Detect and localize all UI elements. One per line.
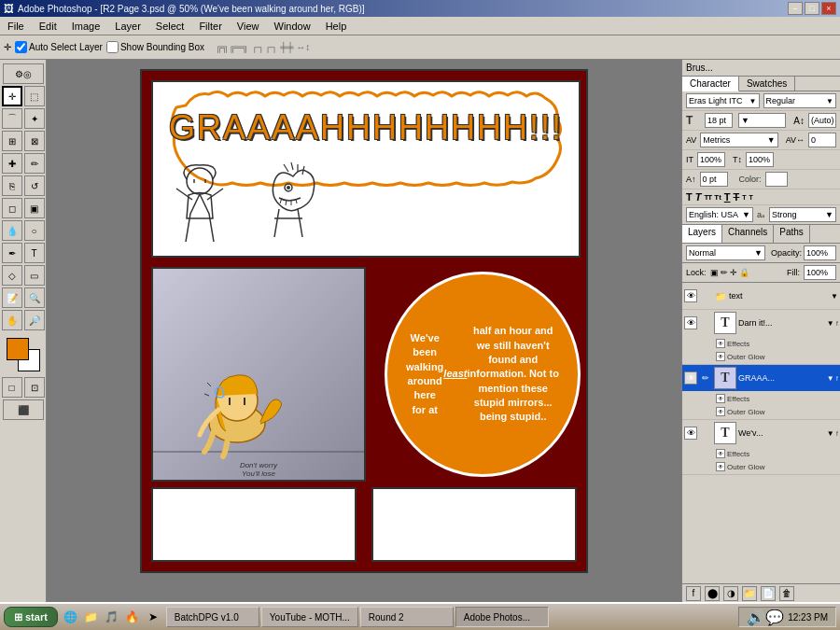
effect-eye-graaa-outer-glow[interactable]: 👁 xyxy=(716,407,725,416)
leading-input[interactable]: (Auto) xyxy=(808,113,836,128)
layer-graaa-item[interactable]: 👁 ✏ T GRAAA... ▼ f xyxy=(682,365,840,391)
tt-small-icon[interactable]: Tt xyxy=(714,193,721,202)
darn-outer-glow[interactable]: 👁 Outer Glow xyxy=(716,350,838,363)
taskbar-task-batchdpg[interactable]: BatchDPG v1.0 xyxy=(166,607,259,627)
delete-layer-button[interactable]: 🗑 xyxy=(779,586,794,601)
tracking-input[interactable]: 0 xyxy=(808,133,836,147)
dodge-tool[interactable]: ○ xyxy=(24,220,45,241)
effect-eye-weve-effects[interactable]: 👁 xyxy=(716,449,725,458)
blend-mode-dropdown[interactable]: Normal ▼ xyxy=(686,245,765,260)
gradient-tool[interactable]: ▣ xyxy=(24,198,45,218)
normal-mode[interactable]: □ xyxy=(2,377,22,398)
layer-eye-darn[interactable]: 👁 xyxy=(684,316,697,329)
sub-t-icon[interactable]: T xyxy=(749,194,753,201)
eraser-tool[interactable]: ◻ xyxy=(2,198,22,218)
maximize-button[interactable]: □ xyxy=(805,2,819,15)
layer-eye-text-group[interactable]: 👁 xyxy=(684,289,697,302)
layer-darn-item[interactable]: 👁 T Darn it!... ▼ f xyxy=(682,310,840,336)
color-picker[interactable] xyxy=(7,338,40,371)
history-brush[interactable]: ↺ xyxy=(24,175,45,196)
auto-select-label[interactable]: Auto Select Layer xyxy=(15,41,103,53)
new-layer-button[interactable]: 📄 xyxy=(761,586,776,601)
move-tool[interactable]: ✛ xyxy=(2,86,22,106)
weve-outer-glow[interactable]: 👁 Outer Glow xyxy=(716,460,838,473)
size-unit-dropdown[interactable]: ▼ xyxy=(738,113,786,128)
taskbar-task-photoshop[interactable]: Adobe Photos... xyxy=(455,607,549,627)
magic-wand[interactable]: ✦ xyxy=(24,108,45,129)
weve-expand-arrow[interactable]: ▼ xyxy=(827,429,834,438)
auto-select-checkbox[interactable] xyxy=(15,41,27,53)
menu-edit[interactable]: Edit xyxy=(35,19,61,34)
graaa-expand-arrow[interactable]: ▼ xyxy=(827,374,834,383)
clone-stamp[interactable]: ⎘ xyxy=(2,175,22,196)
strikethrough-icon[interactable]: T xyxy=(734,191,740,203)
taskbar-folder-icon[interactable]: 📁 xyxy=(82,608,101,626)
menu-window[interactable]: Window xyxy=(271,19,315,34)
window-controls[interactable]: − □ × xyxy=(788,2,836,15)
taskbar-task-youtube[interactable]: YouTube - MOTH... xyxy=(261,607,358,627)
effect-eye-darn-glow[interactable]: 👁 xyxy=(716,339,725,348)
antialias-dropdown[interactable]: Strong ▼ xyxy=(769,207,836,222)
menu-select[interactable]: Select xyxy=(152,19,189,34)
darn-expand-arrow[interactable]: ▼ xyxy=(827,319,834,328)
lock-move-icon[interactable]: ✛ xyxy=(730,268,737,277)
taskbar-task-round2[interactable]: Round 2 xyxy=(360,607,454,627)
tab-layers[interactable]: Layers xyxy=(682,225,722,243)
lock-paint-icon[interactable]: ✏ xyxy=(721,268,728,277)
layer-eye-graaa[interactable]: 👁 xyxy=(684,371,697,385)
graaa-outer-glow[interactable]: 👁 Outer Glow xyxy=(716,405,838,418)
font-style-dropdown[interactable]: Regular ▼ xyxy=(763,93,837,108)
eyedropper-tool[interactable]: 🔍 xyxy=(24,287,45,308)
baseline-input[interactable]: 0 pt xyxy=(700,172,728,187)
healing-brush[interactable]: ✚ xyxy=(2,153,22,174)
fill-input[interactable]: 100% xyxy=(804,265,836,280)
scale-v-input[interactable]: 100% xyxy=(746,152,774,167)
slice-tool[interactable]: ⊠ xyxy=(24,131,45,151)
pen-tool[interactable]: ✒ xyxy=(2,243,22,263)
language-dropdown[interactable]: English: USA ▼ xyxy=(686,207,753,222)
minimize-button[interactable]: − xyxy=(788,2,803,15)
zoom-tool[interactable]: 🔎 xyxy=(24,310,45,330)
close-button[interactable]: × xyxy=(821,2,836,15)
shape-tool[interactable]: ▭ xyxy=(24,265,45,286)
selection-tool[interactable]: ⬚ xyxy=(24,86,45,106)
tt-icon[interactable]: TT xyxy=(704,193,711,202)
menu-image[interactable]: Image xyxy=(68,19,105,34)
tab-swatches[interactable]: Swatches xyxy=(739,77,795,91)
tab-paths[interactable]: Paths xyxy=(774,225,810,243)
tab-character[interactable]: Character xyxy=(682,77,739,91)
scale-h-input[interactable]: 100% xyxy=(697,152,725,167)
tool-options[interactable]: ⚙◎ xyxy=(3,63,44,84)
group-expand-arrow[interactable]: ▼ xyxy=(831,292,838,301)
layer-style-button[interactable]: f xyxy=(686,586,701,601)
layer-weve-item[interactable]: 👁 T We'v... ▼ f xyxy=(682,420,840,446)
menu-layer[interactable]: Layer xyxy=(111,19,145,34)
blur-tool[interactable]: 💧 xyxy=(2,220,22,241)
path-tool[interactable]: ◇ xyxy=(2,265,22,286)
menu-help[interactable]: Help xyxy=(322,19,351,34)
lock-all-icon[interactable]: 🔒 xyxy=(739,268,749,277)
effect-eye-graaa-effects[interactable]: 👁 xyxy=(716,394,725,403)
quick-mask[interactable]: ⊡ xyxy=(24,377,45,398)
font-name-dropdown[interactable]: Eras Light ITC ▼ xyxy=(686,93,760,108)
taskbar-media-icon[interactable]: 🎵 xyxy=(103,608,121,626)
menu-view[interactable]: View xyxy=(233,19,263,34)
layer-text-group[interactable]: 👁 📁 text ▼ xyxy=(682,283,840,309)
underline-icon[interactable]: T xyxy=(724,191,731,203)
super-t-icon[interactable]: T xyxy=(742,194,746,201)
hand-tool[interactable]: ✋ xyxy=(2,310,22,330)
notes-tool[interactable]: 📝 xyxy=(2,287,22,308)
lock-transparent-icon[interactable]: ▣ xyxy=(710,268,719,277)
crop-tool[interactable]: ⊞ xyxy=(2,131,22,151)
taskbar-arrow-icon[interactable]: ➤ xyxy=(144,608,162,626)
taskbar-browser2-icon[interactable]: 🔥 xyxy=(123,608,142,626)
effect-eye-darn-outer-glow[interactable]: 👁 xyxy=(716,352,725,361)
kerning-dropdown[interactable]: Metrics ▼ xyxy=(700,133,777,147)
font-size-input[interactable]: 18 pt xyxy=(705,113,733,128)
effect-eye-weve-outer-glow[interactable]: 👁 xyxy=(716,462,725,471)
foreground-color[interactable] xyxy=(7,338,29,360)
menu-file[interactable]: File xyxy=(4,19,28,34)
screen-mode[interactable]: ⬛ xyxy=(3,399,44,420)
menu-filter[interactable]: Filter xyxy=(195,19,225,34)
layer-adjustment-button[interactable]: ◑ xyxy=(723,586,738,601)
